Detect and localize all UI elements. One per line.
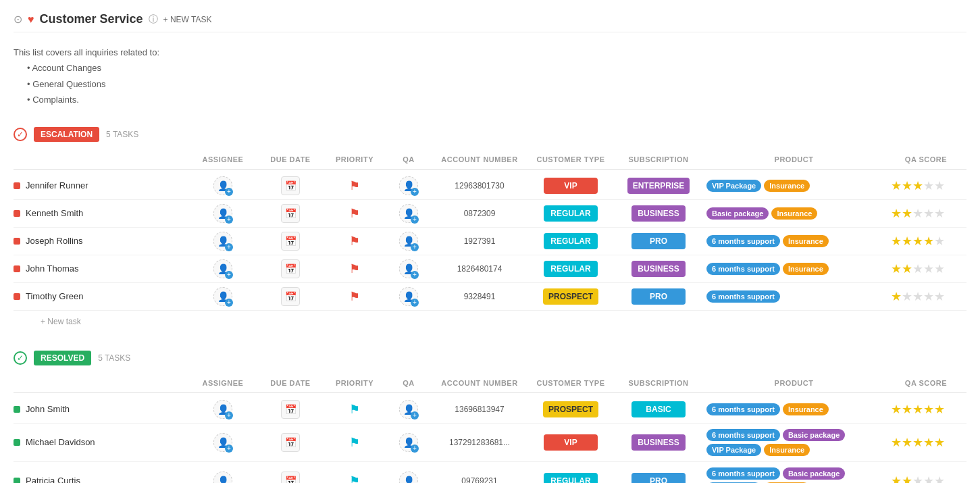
date-picker[interactable]: 📅 [281, 232, 300, 251]
task-name[interactable]: John Thomas [26, 263, 79, 274]
date-picker[interactable]: 📅 [281, 472, 300, 483]
task-name[interactable]: Timothy Green [26, 291, 84, 301]
page-title: Customer Service [40, 12, 143, 26]
priority-flag[interactable]: ⚑ [349, 435, 360, 450]
page: ⊙ ♥ Customer Service ⓘ NEW TASK This lis… [0, 0, 980, 483]
qa-avatar[interactable]: 👤 [399, 400, 418, 419]
product-tag: 6 months support [706, 467, 780, 480]
assignee-avatar[interactable]: 👤 [213, 176, 232, 195]
task-name[interactable]: Joseph Rollins [26, 236, 83, 246]
task-name-cell: Kenneth Smith [14, 208, 189, 218]
date-picker[interactable]: 📅 [281, 204, 300, 223]
col-priority: PRIORITY [324, 376, 385, 390]
customer-type-badge: PROSPECT [543, 401, 598, 417]
assignee-avatar[interactable]: 👤 [213, 433, 232, 452]
star-icon: ★ [902, 234, 912, 249]
task-name-cell: Patricia Curtis [14, 476, 189, 483]
account-number-cell: 0872309 [432, 209, 527, 218]
priority-flag[interactable]: ⚑ [349, 289, 360, 304]
section-header-resolved: ✓ RESOLVED 5 TASKS [14, 345, 966, 371]
task-name[interactable]: Michael Davidson [26, 437, 95, 447]
info-icon[interactable]: ⓘ [149, 14, 158, 26]
task-name[interactable]: Jennifer Runner [26, 180, 88, 190]
task-name-cell: John Smith [14, 404, 189, 414]
date-picker[interactable]: 📅 [281, 400, 300, 419]
product-tag: Insurance [771, 207, 817, 220]
user-icon: 👤 [403, 476, 415, 483]
section-toggle-escalation[interactable]: ✓ [14, 128, 27, 141]
user-icon: 👤 [217, 404, 229, 415]
qa-avatar[interactable]: 👤 [399, 433, 418, 452]
date-picker[interactable]: 📅 [281, 259, 300, 278]
col-subscription: SUBSCRIPTION [615, 376, 702, 390]
qa-avatar[interactable]: 👤 [399, 204, 418, 223]
assignee-avatar[interactable]: 👤 [213, 259, 232, 278]
subscription-badge: PRO [631, 288, 686, 305]
date-picker[interactable]: 📅 [281, 176, 300, 195]
customer-type-badge: REGULAR [544, 233, 598, 249]
star-icon: ★ [934, 474, 945, 483]
col-customer-type: CUSTOMER TYPE [527, 376, 615, 390]
user-icon: 👤 [217, 476, 229, 483]
product-tag: 6 months support [706, 290, 780, 303]
priority-flag[interactable]: ⚑ [349, 206, 360, 221]
date-picker[interactable]: 📅 [281, 433, 300, 452]
task-name[interactable]: John Smith [26, 404, 70, 414]
new-task-button[interactable]: NEW TASK [163, 15, 212, 24]
assignee-avatar[interactable]: 👤 [213, 232, 232, 251]
col-qa: QA [385, 153, 432, 166]
section-toggle-resolved[interactable]: ✓ [14, 351, 27, 365]
assignee-cell: 👤 [189, 400, 257, 419]
customer-type-cell: VIP [527, 178, 615, 194]
new-task-row: + New task [14, 311, 966, 332]
description-item-1: Account Changes [27, 60, 966, 76]
section-header-escalation: ✓ ESCALATION 5 TASKS [14, 122, 966, 147]
date-picker[interactable]: 📅 [281, 287, 300, 306]
subscription-badge: BUSINESS [631, 205, 686, 222]
star-icon: ★ [902, 178, 912, 193]
star-icon: ★ [934, 234, 945, 249]
qa-avatar[interactable]: 👤 [399, 259, 418, 278]
product-cell: 6 months supportInsurance [702, 402, 885, 417]
user-icon: 👤 [217, 263, 229, 274]
task-name[interactable]: Patricia Curtis [26, 476, 80, 483]
assignee-avatar[interactable]: 👤 [213, 472, 232, 483]
priority-flag[interactable]: ⚑ [349, 234, 360, 249]
section-count-resolved: 5 TASKS [98, 353, 130, 363]
qa-cell: 👤 [385, 204, 432, 223]
product-tag: Basic package [783, 429, 845, 441]
user-icon: 👤 [403, 263, 415, 274]
assignee-avatar[interactable]: 👤 [213, 204, 232, 223]
col-account: ACCOUNT NUMBER [432, 153, 527, 166]
task-name[interactable]: Kenneth Smith [26, 208, 83, 218]
col-qa: QA [385, 376, 432, 390]
qa-avatar[interactable]: 👤 [399, 232, 418, 251]
priority-flag[interactable]: ⚑ [349, 474, 360, 483]
priority-flag[interactable]: ⚑ [349, 261, 360, 276]
task-row: Timothy Green 👤 📅 ⚑ 👤 [14, 283, 966, 311]
priority-cell: ⚑ [324, 435, 385, 450]
assignee-avatar[interactable]: 👤 [213, 287, 232, 306]
star-icon: ★ [934, 402, 945, 417]
qa-cell: 👤 [385, 232, 432, 251]
product-cell: VIP PackageInsurance [702, 178, 885, 193]
assignee-cell: 👤 [189, 472, 257, 483]
task-indicator [14, 293, 20, 300]
assignee-avatar[interactable]: 👤 [213, 400, 232, 419]
qa-avatar[interactable]: 👤 [399, 472, 418, 483]
col-task [14, 153, 189, 166]
back-button[interactable]: ⊙ [14, 13, 22, 26]
qa-avatar[interactable]: 👤 [399, 287, 418, 306]
section-count-escalation: 5 TASKS [106, 130, 138, 139]
priority-flag[interactable]: ⚑ [349, 178, 360, 193]
qa-avatar[interactable]: 👤 [399, 176, 418, 195]
star-icon: ★ [912, 474, 923, 483]
priority-flag[interactable]: ⚑ [349, 402, 360, 417]
heart-icon: ♥ [28, 14, 34, 26]
customer-type-cell: PROSPECT [527, 288, 615, 305]
col-customer-type: CUSTOMER TYPE [527, 153, 615, 166]
col-product: PRODUCT [702, 153, 885, 166]
new-task-button[interactable]: + New task [41, 317, 81, 326]
product-cell: 6 months supportInsurance [702, 261, 885, 276]
task-name-cell: Timothy Green [14, 291, 189, 301]
